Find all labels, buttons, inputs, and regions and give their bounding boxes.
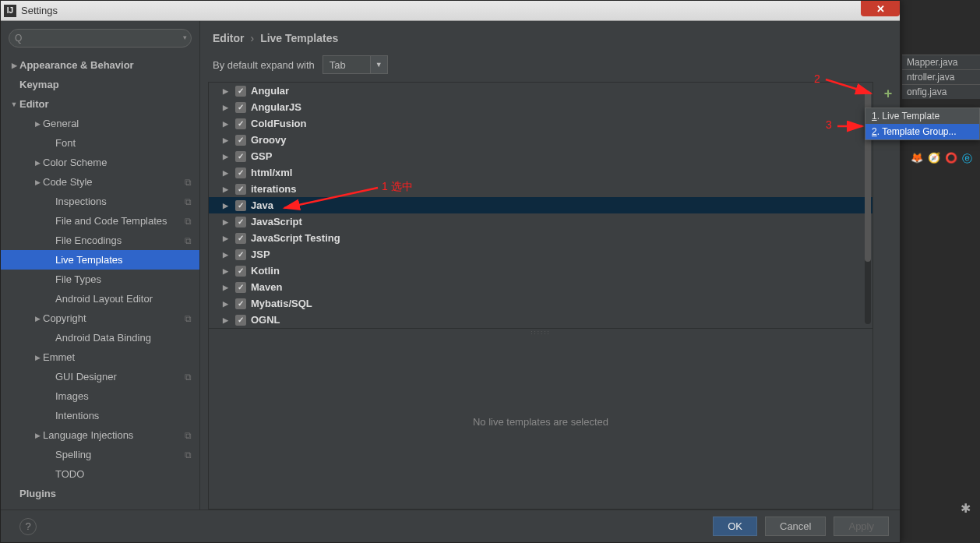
tree-node-general[interactable]: ▶General bbox=[1, 114, 199, 133]
checkbox-icon[interactable]: ✓ bbox=[235, 217, 246, 227]
help-button[interactable]: ? bbox=[19, 518, 37, 535]
template-group-angularjs[interactable]: ▶✓AngularJS bbox=[209, 99, 872, 115]
tree-node-version-control[interactable]: ▶Version Control bbox=[1, 503, 199, 510]
expand-select-value[interactable] bbox=[323, 55, 371, 74]
template-group-maven[interactable]: ▶✓Maven bbox=[209, 279, 872, 295]
resize-handle[interactable]: :::::: bbox=[209, 329, 872, 335]
safari-icon[interactable]: 🧭 bbox=[928, 152, 940, 166]
tree-node-gui-designer[interactable]: GUI Designer⧉ bbox=[1, 367, 199, 386]
tree-node-font[interactable]: Font bbox=[1, 133, 199, 153]
tree-node-android-data-binding[interactable]: Android Data Binding bbox=[1, 328, 199, 347]
chevron-down-icon[interactable]: ▼ bbox=[371, 55, 388, 74]
popup-live-template[interactable]: 1. Live Template bbox=[865, 108, 979, 124]
template-group-label: JavaScript bbox=[251, 216, 302, 227]
tree-node-copyright[interactable]: ▶Copyright⧉ bbox=[1, 309, 199, 328]
template-group-label: Java bbox=[251, 199, 273, 211]
tree-node-live-templates[interactable]: Live Templates bbox=[1, 250, 199, 270]
tree-node-label: Keymap bbox=[19, 79, 59, 90]
checkbox-icon[interactable]: ✓ bbox=[235, 298, 246, 309]
gear-icon[interactable]: ✱ bbox=[954, 496, 977, 520]
app-icon: IJ bbox=[4, 5, 16, 17]
checkbox-icon[interactable]: ✓ bbox=[235, 86, 246, 97]
search-icon: Q bbox=[15, 33, 22, 44]
tree-node-label: Color Scheme bbox=[43, 157, 107, 168]
tree-node-label: Emmet bbox=[43, 351, 75, 363]
tree-node-images[interactable]: Images bbox=[1, 386, 199, 406]
cancel-button[interactable]: Cancel bbox=[765, 517, 826, 536]
tree-node-android-layout-editor[interactable]: Android Layout Editor bbox=[1, 289, 199, 309]
ok-button[interactable]: OK bbox=[713, 517, 757, 536]
template-group-label: Angular bbox=[251, 85, 289, 97]
checkbox-icon[interactable]: ✓ bbox=[235, 102, 246, 113]
checkbox-icon[interactable]: ✓ bbox=[235, 135, 246, 146]
checkbox-icon[interactable]: ✓ bbox=[235, 200, 246, 211]
caret-icon: ▶ bbox=[220, 251, 231, 259]
firefox-icon[interactable]: 🦊 bbox=[911, 152, 923, 166]
tree-node-spelling[interactable]: Spelling⧉ bbox=[1, 445, 199, 464]
copy-icon: ⧉ bbox=[185, 177, 192, 188]
checkbox-icon[interactable]: ✓ bbox=[235, 315, 246, 326]
tree-node-label: Copyright bbox=[43, 312, 86, 324]
copy-icon: ⧉ bbox=[185, 235, 192, 246]
template-group-angular[interactable]: ▶✓Angular bbox=[209, 83, 872, 99]
bg-tab[interactable]: ntroller.java bbox=[902, 69, 980, 84]
tree-node-todo[interactable]: TODO bbox=[1, 464, 199, 484]
caret-icon: ▶ bbox=[220, 234, 231, 242]
tree-node-appearance-behavior[interactable]: ▶Appearance & Behavior bbox=[1, 55, 199, 75]
tree-node-plugins[interactable]: Plugins bbox=[1, 484, 199, 503]
checkbox-icon[interactable]: ✓ bbox=[235, 233, 246, 244]
caret-icon: ▼ bbox=[9, 100, 19, 108]
titlebar[interactable]: IJ Settings ✕ bbox=[1, 1, 900, 21]
tree-node-file-types[interactable]: File Types bbox=[1, 270, 199, 289]
tree-node-emmet[interactable]: ▶Emmet bbox=[1, 347, 199, 367]
popup-template-group[interactable]: 2. Template Group... bbox=[865, 124, 979, 139]
tree-node-keymap[interactable]: Keymap bbox=[1, 75, 199, 94]
checkbox-icon[interactable]: ✓ bbox=[235, 249, 246, 260]
template-group-html-xml[interactable]: ▶✓html/xml bbox=[209, 164, 872, 181]
tree-node-intentions[interactable]: Intentions bbox=[1, 406, 199, 425]
breadcrumb-item[interactable]: Editor bbox=[213, 32, 244, 44]
template-group-mybatis-sql[interactable]: ▶✓Mybatis/SQL bbox=[209, 295, 872, 312]
tree-node-label: Inspections bbox=[55, 196, 107, 207]
tree-node-file-and-code-templates[interactable]: File and Code Templates⧉ bbox=[1, 211, 199, 231]
template-group-label: html/xml bbox=[251, 167, 292, 178]
template-group-groovy[interactable]: ▶✓Groovy bbox=[209, 132, 872, 148]
caret-icon: ▶ bbox=[220, 202, 231, 210]
template-group-gsp[interactable]: ▶✓GSP bbox=[209, 148, 872, 164]
bg-tab[interactable]: Mapper.java bbox=[902, 55, 980, 69]
close-button[interactable]: ✕ bbox=[861, 1, 900, 16]
opera-icon[interactable]: ⭕ bbox=[945, 152, 957, 166]
checkbox-icon[interactable]: ✓ bbox=[235, 167, 246, 178]
settings-tree[interactable]: ▶Appearance & BehaviorKeymap▼Editor▶Gene… bbox=[1, 52, 199, 510]
add-button[interactable]: + bbox=[880, 85, 897, 102]
caret-icon: ▶ bbox=[220, 136, 231, 144]
caret-icon: ▶ bbox=[9, 62, 19, 69]
tree-node-file-encodings[interactable]: File Encodings⧉ bbox=[1, 231, 199, 250]
checkbox-icon[interactable]: ✓ bbox=[235, 266, 246, 277]
tree-node-editor[interactable]: ▼Editor bbox=[1, 94, 199, 114]
template-group-ognl[interactable]: ▶✓OGNL bbox=[209, 312, 872, 328]
template-group-label: Mybatis/SQL bbox=[251, 298, 312, 309]
settings-search-input[interactable] bbox=[9, 29, 192, 48]
caret-icon: ▶ bbox=[32, 178, 43, 186]
tree-node-label: Language Injections bbox=[43, 429, 133, 441]
template-group-javascript[interactable]: ▶✓JavaScript bbox=[209, 213, 872, 230]
template-group-jsp[interactable]: ▶✓JSP bbox=[209, 246, 872, 263]
tree-node-color-scheme[interactable]: ▶Color Scheme bbox=[1, 153, 199, 172]
tree-node-code-style[interactable]: ▶Code Style⧉ bbox=[1, 172, 199, 192]
tree-node-language-injections[interactable]: ▶Language Injections⧉ bbox=[1, 425, 199, 445]
no-selection-msg: No live templates are selected bbox=[209, 335, 872, 509]
checkbox-icon[interactable]: ✓ bbox=[235, 282, 246, 293]
ie-icon[interactable]: ⓔ bbox=[962, 152, 972, 166]
search-dropdown-icon[interactable]: ▾ bbox=[183, 33, 187, 41]
annotation-1: 1 选中 bbox=[382, 180, 413, 194]
template-group-coldfusion[interactable]: ▶✓ColdFusion bbox=[209, 115, 872, 132]
checkbox-icon[interactable]: ✓ bbox=[235, 151, 246, 162]
template-group-javascript-testing[interactable]: ▶✓JavaScript Testing bbox=[209, 230, 872, 246]
apply-button[interactable]: Apply bbox=[834, 517, 889, 536]
tree-node-inspections[interactable]: Inspections⧉ bbox=[1, 192, 199, 211]
template-group-kotlin[interactable]: ▶✓Kotlin bbox=[209, 263, 872, 279]
checkbox-icon[interactable]: ✓ bbox=[235, 118, 246, 129]
checkbox-icon[interactable]: ✓ bbox=[235, 184, 246, 195]
bg-tab[interactable]: onfig.java bbox=[902, 84, 980, 99]
